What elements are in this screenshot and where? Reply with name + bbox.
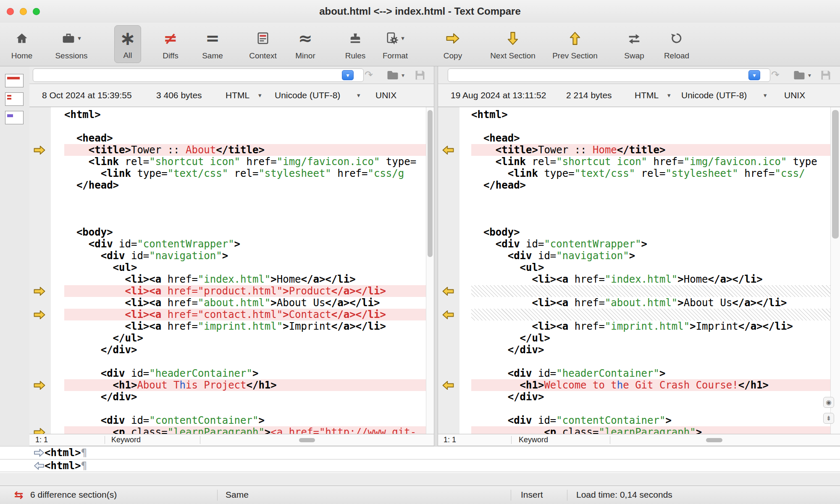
code-line[interactable] [471,356,830,368]
code-line[interactable]: <li><a href="contact.html">Contact</a></… [64,309,426,320]
code-line[interactable]: <title>Tower :: Home</title> [471,144,830,156]
copy-section-left-arrow-icon[interactable] [442,145,455,155]
code-line[interactable] [471,121,830,132]
code-line[interactable]: <p class="learnParagraph"> [471,426,830,434]
left-vertical-scrollbar-thumb[interactable] [428,110,433,257]
missing-lines-placeholder[interactable] [471,309,830,320]
toolbar-button-reload[interactable]: Reload [651,25,703,63]
toolbar-button-format[interactable]: ▾Format [369,25,421,63]
toolbar-button-all[interactable]: ∗All [114,25,141,63]
code-line[interactable] [64,203,426,215]
section-detail-row-left[interactable]: <html>¶ [0,446,840,459]
code-line[interactable]: </ul> [64,332,426,344]
toolbar-button-next-section[interactable]: Next Section [487,25,539,63]
code-line[interactable]: <html> [64,109,426,121]
code-line[interactable]: <div id="navigation"> [64,250,426,262]
copy-section-right-arrow-icon[interactable] [33,286,47,296]
locate-position-button[interactable]: ◉ [823,397,834,408]
code-line[interactable] [64,215,426,226]
left-path-dropdown-button[interactable]: ▾ [342,70,354,80]
right-code-area[interactable]: <html> <head> <title>Tower :: Home</titl… [459,107,830,434]
right-vertical-scrollbar-thumb[interactable] [832,110,839,239]
code-line[interactable] [64,356,426,368]
missing-lines-placeholder[interactable] [471,285,830,297]
code-line[interactable]: <link type="text/css" rel="stylesheet" h… [64,168,426,179]
right-save-icon[interactable] [820,69,832,81]
code-line[interactable]: <head> [64,132,426,144]
code-line[interactable] [64,403,426,415]
code-line[interactable]: <div id="headerContainer"> [64,368,426,379]
right-vertical-scrollbar[interactable] [830,107,840,434]
code-line[interactable]: <li><a href="imprint.html">Imprint</a></… [471,320,830,332]
code-line[interactable] [471,403,830,415]
toolbar-button-sessions[interactable]: ▾Sessions [45,25,97,63]
left-horizontal-scrollbar-thumb[interactable] [299,438,315,442]
left-open-folder-icon[interactable] [386,70,399,81]
code-line[interactable]: <li><a href="index.html">Home</a></li> [64,273,426,285]
left-redo-arrow-icon[interactable]: ↷ [365,70,373,80]
copy-section-right-arrow-icon[interactable] [33,380,47,390]
code-line[interactable]: <title>Tower :: About</title> [64,144,426,156]
code-line[interactable]: <html> [471,109,830,121]
left-save-icon[interactable] [414,69,426,81]
code-line[interactable]: <div id="headerContainer"> [471,368,830,379]
code-line[interactable]: </head> [471,179,830,191]
right-folder-chevron-icon[interactable]: ▾ [808,72,811,78]
left-encoding-select[interactable]: Unicode (UTF-8) [275,84,340,107]
right-path-dropdown-button[interactable]: ▾ [748,70,760,80]
left-format-chevron-icon[interactable]: ▾ [258,84,262,107]
close-button[interactable] [7,8,14,15]
zoom-button[interactable] [33,8,40,15]
code-line[interactable]: <div id="contentWrapper"> [64,238,426,250]
code-line[interactable]: <body> [64,226,426,238]
code-line[interactable]: </head> [64,179,426,191]
toolbar-button-copy[interactable]: Copy [427,25,479,63]
code-line[interactable]: <li><a href="about.html">About Us</a></l… [64,297,426,309]
right-file-path-input[interactable]: /Users/brunobrito/Sites/carparts-website… [448,68,770,82]
code-line[interactable]: </div> [471,344,830,356]
code-line[interactable]: <div id="contentContainer"> [471,415,830,426]
overview-page-1-thumbnail[interactable] [5,74,24,87]
left-file-path-input[interactable]: /Users/brunobrito/Sites/carparts-website… [33,68,364,82]
toolbar-button-minor[interactable]: ≈Minor [279,25,331,63]
code-line[interactable]: </div> [471,391,830,403]
toolbar-button-same[interactable]: =Same [186,25,239,63]
left-vertical-scrollbar[interactable] [426,107,434,434]
code-line[interactable]: <link rel="shortcut icon" href="img/favi… [471,156,830,168]
code-line[interactable] [64,191,426,203]
copy-section-right-arrow-icon[interactable] [33,310,47,320]
code-line[interactable] [471,203,830,215]
copy-section-left-arrow-icon[interactable] [442,310,455,320]
pane-divider[interactable] [434,66,438,446]
code-line[interactable]: <h1>About This Project</h1> [64,379,426,391]
code-line[interactable]: <ul> [64,262,426,273]
left-encoding-chevron-icon[interactable]: ▾ [357,84,360,107]
code-line[interactable]: <link type="text/css" rel="stylesheet" h… [471,168,830,179]
code-line[interactable]: <ul> [471,262,830,273]
code-line[interactable]: <li><a href="imprint.html">Imprint</a></… [64,320,426,332]
copy-section-left-arrow-icon[interactable] [442,380,455,390]
code-line[interactable]: </div> [64,344,426,356]
code-line[interactable] [64,121,426,132]
code-line[interactable]: <li><a href="about.html">About Us</a></l… [471,297,830,309]
code-line[interactable]: <h1>Welcome to the Git Crash Course!</h1… [471,379,830,391]
chevron-down-icon[interactable]: ▾ [401,35,404,42]
overview-page-3-thumbnail[interactable] [5,111,24,124]
copy-section-right-arrow-icon[interactable] [33,145,47,155]
code-line[interactable]: <head> [471,132,830,144]
right-mode-label[interactable]: Keyword [519,434,548,446]
right-format-select[interactable]: HTML [635,84,659,107]
code-line[interactable]: </div> [64,391,426,403]
code-line[interactable]: <p class="learnParagraph"><a href="http:… [64,426,426,434]
copy-section-left-arrow-icon[interactable] [442,286,455,296]
right-open-folder-icon[interactable] [793,70,806,81]
minimize-button[interactable] [20,8,27,15]
jump-down-button[interactable]: ⇟ [823,413,834,424]
chevron-down-icon[interactable]: ▾ [78,35,81,42]
overview-page-2-thumbnail[interactable] [5,92,24,106]
section-detail-row-right[interactable]: <html>¶ [0,459,840,472]
right-encoding-select[interactable]: Unicode (UTF-8) [681,84,747,107]
right-redo-arrow-icon[interactable]: ↷ [771,70,780,80]
code-line[interactable]: </ul> [471,332,830,344]
code-line[interactable]: <div id="contentContainer"> [64,415,426,426]
